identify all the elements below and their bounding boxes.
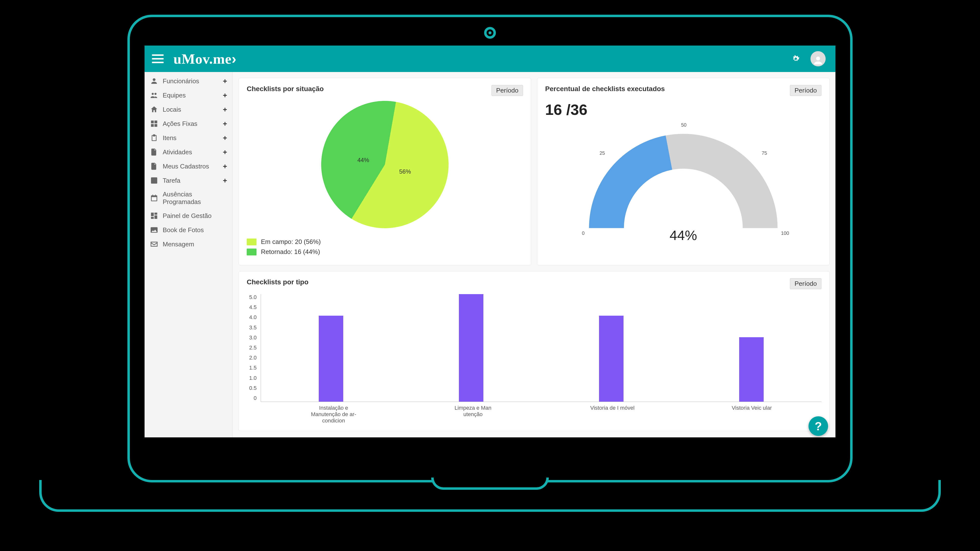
- y-tick: 1.5: [249, 365, 257, 371]
- y-tick: 0.5: [249, 385, 257, 391]
- sidebar-item[interactable]: Ausências Programadas: [145, 187, 232, 209]
- x-label: Vistoria Veic ular: [682, 402, 821, 424]
- people-icon: [150, 91, 158, 99]
- y-tick: 1.0: [249, 375, 257, 381]
- plot-area: [261, 294, 821, 402]
- card-checklists-por-tipo: Checklists por tipo Período 5.04.54.03.5…: [239, 271, 830, 431]
- gear-icon[interactable]: [791, 54, 801, 64]
- calendar-icon: [150, 194, 158, 202]
- camera-icon: [484, 27, 496, 39]
- main-content: Checklists por situação Período 44% 56%: [233, 72, 835, 437]
- avatar[interactable]: [810, 51, 826, 67]
- bar-chart: 5.04.54.03.53.02.52.01.51.00.50: [247, 294, 821, 402]
- y-tick: 3.5: [249, 324, 257, 331]
- bar: [599, 316, 624, 402]
- plus-icon[interactable]: +: [223, 91, 227, 99]
- checklist-icon: [150, 176, 158, 185]
- app-screen: uMov.me› Funcionários+Equipes+Locais+Açõ…: [145, 46, 835, 437]
- sidebar-item[interactable]: Book de Fotos: [145, 223, 232, 237]
- sidebar: Funcionários+Equipes+Locais+Ações Fixas+…: [145, 72, 233, 437]
- help-icon: ?: [815, 419, 822, 433]
- sidebar-item-label: Itens: [163, 134, 177, 142]
- gauge-tick: 50: [681, 122, 686, 128]
- sidebar-item-label: Painel de Gestão: [163, 212, 212, 220]
- plus-icon[interactable]: +: [223, 119, 227, 128]
- laptop-base: [39, 480, 941, 512]
- y-tick: 0: [254, 395, 256, 402]
- pie-slice-label-emcampo: 56%: [399, 168, 411, 175]
- pie-slice-label-retornado: 44%: [357, 157, 369, 164]
- bar-column: [739, 294, 764, 402]
- sidebar-item[interactable]: Painel de Gestão: [145, 209, 232, 223]
- person-icon: [150, 77, 158, 85]
- x-axis-labels: Instalação e Manutenção de ar-condicionL…: [247, 402, 821, 424]
- brand-name: uMov.me: [173, 51, 232, 67]
- y-tick: 4.5: [249, 304, 257, 311]
- gauge-percent: 44%: [670, 227, 697, 243]
- legend-swatch-icon: [247, 249, 256, 256]
- sidebar-item[interactable]: Locais+: [145, 102, 232, 117]
- sidebar-item-label: Meus Cadastros: [163, 163, 209, 170]
- y-tick: 2.5: [249, 345, 257, 351]
- plus-icon[interactable]: +: [223, 176, 227, 185]
- clipboard-icon: [150, 134, 158, 142]
- gauge-tick: 0: [582, 230, 585, 236]
- sidebar-item-label: Locais: [163, 106, 181, 113]
- sidebar-item[interactable]: Tarefa+: [145, 173, 232, 187]
- gauge-chart: 0 25 50 75 100 44%: [573, 125, 794, 238]
- period-button[interactable]: Período: [790, 278, 821, 289]
- sidebar-item[interactable]: Ações Fixas+: [145, 117, 232, 131]
- sidebar-item-label: Book de Fotos: [163, 226, 204, 234]
- sidebar-item[interactable]: Meus Cadastros+: [145, 159, 232, 173]
- y-tick: 2.0: [249, 355, 257, 361]
- brand-logo[interactable]: uMov.me›: [173, 51, 237, 67]
- sidebar-item-label: Ações Fixas: [163, 120, 197, 128]
- sidebar-item-label: Funcionários: [163, 78, 199, 85]
- y-tick: 3.0: [249, 335, 257, 341]
- plus-icon[interactable]: +: [223, 148, 227, 156]
- plus-icon[interactable]: +: [223, 105, 227, 114]
- plus-icon[interactable]: +: [223, 77, 227, 85]
- bar-column: [459, 294, 484, 402]
- pie-chart: 44% 56%: [311, 91, 459, 238]
- gauge-tick: 75: [762, 150, 767, 156]
- card-title: Checklists por situação: [247, 85, 324, 93]
- period-button[interactable]: Período: [790, 85, 821, 96]
- card-title: Checklists por tipo: [247, 278, 309, 286]
- legend-swatch-icon: [247, 238, 256, 245]
- sidebar-item-label: Ausências Programadas: [163, 191, 227, 206]
- gauge-tick: 100: [781, 230, 789, 236]
- plus-icon[interactable]: +: [223, 134, 227, 142]
- sidebar-item[interactable]: Equipes+: [145, 88, 232, 102]
- card-checklists-por-situacao: Checklists por situação Período 44% 56%: [239, 78, 531, 265]
- pie-legend: Em campo: 20 (56%) Retornado: 16 (44%): [247, 238, 321, 258]
- sidebar-item[interactable]: Itens+: [145, 131, 232, 145]
- x-label: Instalação e Manutenção de ar-condicion: [264, 402, 403, 424]
- laptop-frame: uMov.me› Funcionários+Equipes+Locais+Açõ…: [39, 15, 941, 512]
- gauge-count: 16 /36: [545, 101, 821, 118]
- sidebar-item[interactable]: Funcionários+: [145, 74, 232, 88]
- home-icon: [150, 105, 158, 114]
- laptop-notch: [431, 478, 549, 490]
- gauge-tick: 25: [600, 150, 605, 156]
- sidebar-item[interactable]: Atividades+: [145, 145, 232, 159]
- hamburger-menu-icon[interactable]: [152, 54, 164, 63]
- laptop-body: uMov.me› Funcionários+Equipes+Locais+Açõ…: [127, 15, 853, 483]
- plus-icon[interactable]: +: [223, 162, 227, 170]
- card-percentual-executados: Percentual de checklists executados Perí…: [537, 78, 830, 265]
- y-tick: 5.0: [249, 294, 257, 300]
- brand-arrow-icon: ›: [232, 51, 236, 67]
- x-label: Vistoria de I móvel: [542, 402, 682, 424]
- bar-column: [319, 294, 343, 402]
- sidebar-item-label: Equipes: [163, 92, 186, 99]
- legend-label: Retornado: 16 (44%): [261, 248, 320, 256]
- sidebar-item[interactable]: Mensagem: [145, 237, 232, 251]
- help-button[interactable]: ?: [808, 416, 828, 436]
- card-title: Percentual de checklists executados: [545, 85, 665, 93]
- file-icon: [150, 162, 158, 170]
- period-button[interactable]: Período: [492, 85, 523, 96]
- bar: [319, 316, 343, 402]
- x-label: Limpeza e Man utenção: [403, 402, 542, 424]
- legend-item: Em campo: 20 (56%): [247, 238, 321, 246]
- sidebar-item-label: Atividades: [163, 148, 192, 156]
